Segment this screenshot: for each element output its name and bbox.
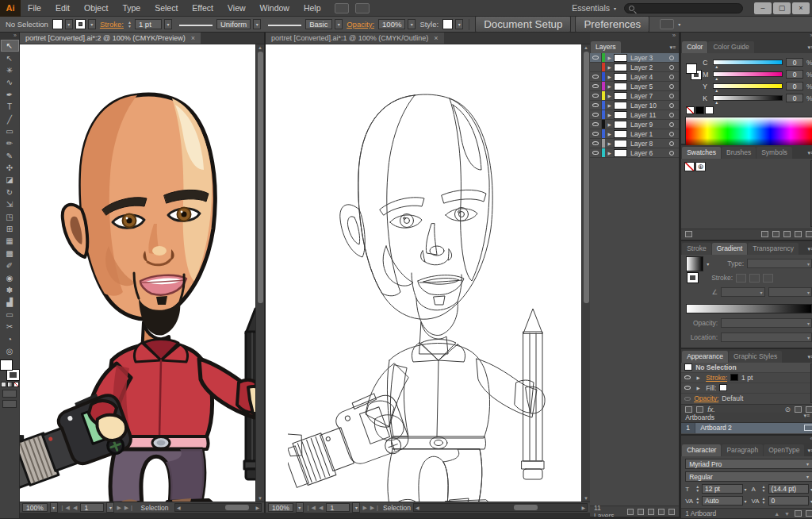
artboard-move-down-icon[interactable]: ▼ <box>784 511 791 517</box>
visibility-toggle[interactable] <box>590 148 602 157</box>
zoom-tool[interactable]: ◎ <box>1 345 19 357</box>
layer-thumbnail[interactable] <box>614 63 627 71</box>
make-clipping-mask-icon[interactable] <box>638 509 644 515</box>
channel-value-field[interactable]: 0 <box>786 70 803 79</box>
artboard-icon[interactable] <box>804 425 812 431</box>
menu-type[interactable]: Type <box>115 3 147 13</box>
swatch-registration[interactable]: ⊕ <box>695 162 706 171</box>
new-fill-icon[interactable] <box>696 406 703 413</box>
stroke-along-icon[interactable] <box>749 274 760 283</box>
tab-brushes[interactable]: Brushes <box>722 147 756 159</box>
scroll-thumb[interactable] <box>258 52 263 303</box>
stroke-color-swatch[interactable] <box>75 19 86 29</box>
more-options-dropdown[interactable]: ▾ <box>678 21 680 27</box>
channel-slider[interactable]: ▲ <box>713 95 783 101</box>
bridge-icon[interactable] <box>335 3 349 13</box>
layer-row[interactable]: ▶Layer 2 <box>590 63 679 72</box>
variable-width-dropdown[interactable]: ▾ <box>253 19 261 29</box>
perspective-grid-tool[interactable]: ⊞ <box>1 223 19 235</box>
menu-window[interactable]: Window <box>253 3 297 13</box>
type-tool[interactable]: T <box>1 101 19 113</box>
expand-icon[interactable]: ▶ <box>605 122 614 127</box>
layer-target[interactable] <box>665 113 679 117</box>
layer-thumbnail[interactable] <box>614 140 627 148</box>
opacity-field[interactable]: 100% <box>378 19 405 29</box>
layer-row[interactable]: ▶Layer 1 <box>590 129 679 139</box>
variable-width-field[interactable]: Uniform <box>216 19 251 29</box>
artboard-tool[interactable]: ▭ <box>1 309 19 321</box>
tab-character[interactable]: Character <box>682 444 721 456</box>
next-artboard-icon[interactable]: ▶ <box>117 505 121 511</box>
new-swatch-icon[interactable] <box>795 231 802 237</box>
menu-effect[interactable]: Effect <box>185 3 220 13</box>
layer-name[interactable]: Layer 2 <box>630 63 665 71</box>
expand-icon[interactable]: ▶ <box>605 151 614 156</box>
close-icon[interactable]: × <box>434 34 438 42</box>
horizontal-scrollbar[interactable]: ◀ ▶ <box>174 503 262 512</box>
layer-target[interactable] <box>665 65 679 70</box>
hscroll-thumb[interactable] <box>514 505 538 510</box>
layer-thumbnail[interactable] <box>614 83 627 90</box>
appearance-fill-swatch[interactable] <box>719 384 727 391</box>
last-artboard-icon[interactable]: ▶❘ <box>124 505 135 511</box>
gradient-aspect-field[interactable]: ▾ <box>768 287 812 297</box>
menu-view[interactable]: View <box>220 3 253 13</box>
tab-transparency[interactable]: Transparency <box>748 243 799 255</box>
pencil-tool[interactable]: ✎ <box>1 150 19 162</box>
layer-row[interactable]: ▶Layer 9 <box>590 120 679 129</box>
tab-color-guide[interactable]: Color Guide <box>708 41 753 53</box>
document-tab[interactable]: portret [Converted].ai*:2 @ 100% (CMYK/P… <box>20 33 201 44</box>
stroke-weight-field[interactable]: 1 pt <box>135 19 162 29</box>
expand-icon[interactable]: ▶ <box>605 84 614 89</box>
stroke-across-icon[interactable] <box>763 274 773 283</box>
artboard-nav-dropdown[interactable]: ▾ <box>352 502 360 513</box>
close-button[interactable]: × <box>792 2 810 14</box>
new-color-group-icon[interactable] <box>783 231 791 237</box>
gradient-angle-field[interactable]: ▾ <box>721 287 764 297</box>
document-setup-button[interactable]: Document Setup <box>475 16 571 33</box>
tab-graphic-styles[interactable]: Graphic Styles <box>729 351 782 363</box>
layer-target[interactable] <box>665 122 679 127</box>
tab-paragraph[interactable]: Paragraph <box>722 444 763 456</box>
blend-tool[interactable]: ◉ <box>1 271 19 283</box>
new-layer-icon[interactable] <box>658 509 665 515</box>
layer-row[interactable]: ▶Layer 8 <box>590 139 679 148</box>
prev-artboard-icon[interactable]: ◀ <box>319 505 324 511</box>
pen-tool[interactable]: ✒ <box>1 89 19 101</box>
visibility-toggle[interactable] <box>590 120 602 129</box>
visibility-toggle[interactable] <box>590 101 602 110</box>
symbol-sprayer-tool[interactable]: ✽ <box>1 284 19 296</box>
horizontal-scrollbar[interactable]: ◀ ▶ <box>413 503 588 512</box>
tab-swatches[interactable]: Swatches <box>682 147 721 159</box>
menu-edit[interactable]: Edit <box>48 3 77 13</box>
screen-mode-button[interactable] <box>2 400 17 408</box>
layer-thumbnail[interactable] <box>614 121 627 129</box>
layer-name[interactable]: Layer 8 <box>630 140 665 148</box>
tab-appearance[interactable]: Appearance <box>682 351 728 363</box>
channel-slider[interactable]: ▲ <box>713 71 783 77</box>
first-artboard-icon[interactable]: ❘◀ <box>60 505 71 511</box>
layer-row[interactable]: ▶Layer 3 <box>590 53 679 63</box>
zoom-field[interactable]: 100% <box>22 503 48 512</box>
layer-name[interactable]: Layer 6 <box>630 149 665 157</box>
stroke-weight-stepper[interactable]: ▲▼ <box>128 21 132 29</box>
opacity-panel-link[interactable]: Opacity: <box>347 20 374 29</box>
layer-name[interactable]: Layer 1 <box>630 130 665 138</box>
stroke-panel-link[interactable]: Stroke: <box>100 20 124 29</box>
menu-help[interactable]: Help <box>297 3 328 13</box>
layer-target[interactable] <box>665 75 679 79</box>
style-swatch[interactable] <box>442 19 453 29</box>
workspace-switcher[interactable]: Essentials ▾ <box>572 3 624 13</box>
maximize-button[interactable]: ▢ <box>773 2 791 14</box>
stroke-weight-dropdown[interactable]: ▾ <box>164 19 172 29</box>
width-tool[interactable]: ✣ <box>1 162 19 174</box>
visibility-toggle[interactable] <box>590 63 602 71</box>
artboard-nav-dropdown[interactable]: ▾ <box>106 502 114 513</box>
zoom-dropdown[interactable]: ▾ <box>50 502 58 513</box>
last-artboard-icon[interactable]: ▶❘ <box>370 505 381 511</box>
layer-name[interactable]: Layer 5 <box>630 83 665 90</box>
vertical-scrollbar[interactable]: ▲ ▼ <box>581 44 590 502</box>
gradient-type-select[interactable]: ▾ <box>747 259 812 268</box>
black-swatch[interactable] <box>695 106 704 114</box>
locate-object-icon[interactable] <box>627 509 634 515</box>
